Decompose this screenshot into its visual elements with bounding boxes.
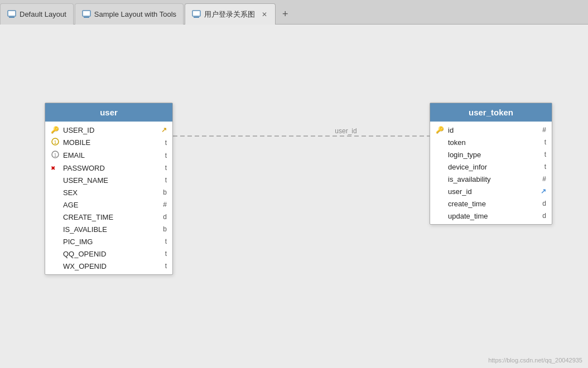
table-row: update_time d (430, 210, 552, 222)
svg-text:user_id: user_id (335, 127, 356, 135)
field-name: login_type (448, 151, 540, 159)
field-name: IS_AVALIBLE (63, 225, 158, 234)
field-name: WX_OPENID (63, 262, 161, 270)
field-type: b (163, 188, 167, 196)
svg-rect-2 (83, 11, 90, 16)
field-name: PASSWORD (63, 164, 161, 172)
field-name: create_time (448, 200, 538, 208)
field-name: user_id (448, 187, 536, 196)
svg-text:1: 1 (54, 139, 56, 145)
tab-icon-default (7, 10, 16, 19)
table-row: user_id ↗ (430, 185, 552, 197)
field-type: d (542, 212, 546, 220)
field-type: t (165, 176, 167, 184)
svg-rect-4 (192, 11, 200, 16)
user-token-table-header: user_token (430, 103, 552, 122)
svg-text:1: 1 (54, 152, 56, 158)
field-name: id (448, 126, 538, 134)
table-row: 1 EMAIL t (45, 149, 172, 162)
field-type: t (165, 262, 167, 270)
fk-icon: 1 (51, 137, 61, 148)
field-type: # (163, 201, 167, 209)
field-name: MOBILE (63, 138, 161, 147)
tab-icon-sample (82, 10, 91, 19)
table-row: 🔑 id # (430, 124, 552, 136)
tab-default-layout[interactable]: Default Layout (0, 3, 74, 25)
field-type: b (163, 225, 167, 233)
table-row: 1 MOBILE t (45, 136, 172, 149)
fk2-icon: 1 (51, 150, 61, 161)
table-row: create_time d (430, 197, 552, 210)
table-row: token t (430, 136, 552, 148)
field-type: t (165, 250, 167, 258)
field-type: t (544, 138, 546, 146)
tab-bar: Default Layout Sample Layout with Tools … (0, 0, 588, 25)
field-name: SEX (63, 188, 158, 197)
table-row: PIC_IMG t (45, 235, 172, 248)
tab-sample-layout[interactable]: Sample Layout with Tools (75, 3, 184, 25)
tab-add-button[interactable]: + (277, 3, 294, 25)
user-table: user 🔑 USER_ID ↗ 1 MOBILE t 1 EMAI (45, 103, 173, 275)
table-row: USER_NAME t (45, 174, 172, 186)
field-name: PIC_IMG (63, 238, 161, 246)
user-table-body: 🔑 USER_ID ↗ 1 MOBILE t 1 EMAIL t (45, 122, 172, 274)
tab-close-button[interactable]: ✕ (261, 9, 268, 20)
field-type: t (165, 139, 167, 147)
field-name: update_time (448, 212, 538, 220)
table-row: is_availability # (430, 173, 552, 185)
user-table-header: user (45, 103, 172, 122)
table-row: SEX b (45, 186, 172, 198)
field-type: t (165, 238, 167, 245)
field-name: device_infor (448, 163, 540, 171)
field-type: d (542, 200, 546, 207)
user-token-table-body: 🔑 id # token t login_type t device_infor… (430, 122, 552, 224)
key-icon: 🔑 (436, 126, 446, 134)
svg-rect-3 (84, 17, 89, 18)
table-row: 🔑 USER_ID ↗ (45, 124, 172, 136)
table-row: device_infor t (430, 161, 552, 173)
field-type: t (165, 164, 167, 172)
svg-rect-5 (194, 17, 199, 18)
canvas: user_id user 🔑 USER_ID ↗ 1 MOBILE t 1 (0, 25, 588, 368)
field-name: is_availability (448, 175, 538, 183)
field-name: EMAIL (63, 151, 161, 159)
field-type: t (544, 151, 546, 158)
table-row: WX_OPENID t (45, 260, 172, 272)
table-row: AGE # (45, 198, 172, 211)
field-type: # (542, 175, 546, 183)
field-name: CREATE_TIME (63, 213, 158, 221)
key-icon: 🔑 (51, 126, 61, 134)
svg-rect-0 (8, 11, 16, 16)
field-name: token (448, 138, 540, 147)
tab-default-layout-label: Default Layout (20, 10, 66, 18)
field-type: ↗ (541, 187, 546, 195)
tab-icon-user-login (192, 10, 201, 19)
no-icon: ✖ (51, 165, 61, 171)
field-name: AGE (63, 201, 158, 209)
svg-rect-1 (9, 17, 15, 18)
field-type: t (165, 152, 167, 159)
field-name: USER_ID (63, 126, 157, 134)
table-row: login_type t (430, 148, 552, 161)
field-name: USER_NAME (63, 176, 161, 185)
tab-user-login[interactable]: 用户登录关系图 ✕ (185, 3, 276, 25)
field-type: t (544, 163, 546, 171)
field-name: QQ_OPENID (63, 250, 161, 258)
field-type: # (542, 126, 546, 134)
field-type: ↗ (161, 126, 167, 134)
tab-user-login-label: 用户登录关系图 (204, 9, 255, 20)
table-row: ✖ PASSWORD t (45, 162, 172, 174)
user-token-table: user_token 🔑 id # token t login_type t (430, 103, 552, 225)
table-row: IS_AVALIBLE b (45, 223, 172, 235)
watermark: https://blog.csdn.net/qq_20042935 (488, 357, 582, 364)
field-type: d (163, 213, 167, 221)
table-row: CREATE_TIME d (45, 211, 172, 223)
table-row: QQ_OPENID t (45, 248, 172, 260)
tab-sample-layout-label: Sample Layout with Tools (94, 10, 176, 18)
